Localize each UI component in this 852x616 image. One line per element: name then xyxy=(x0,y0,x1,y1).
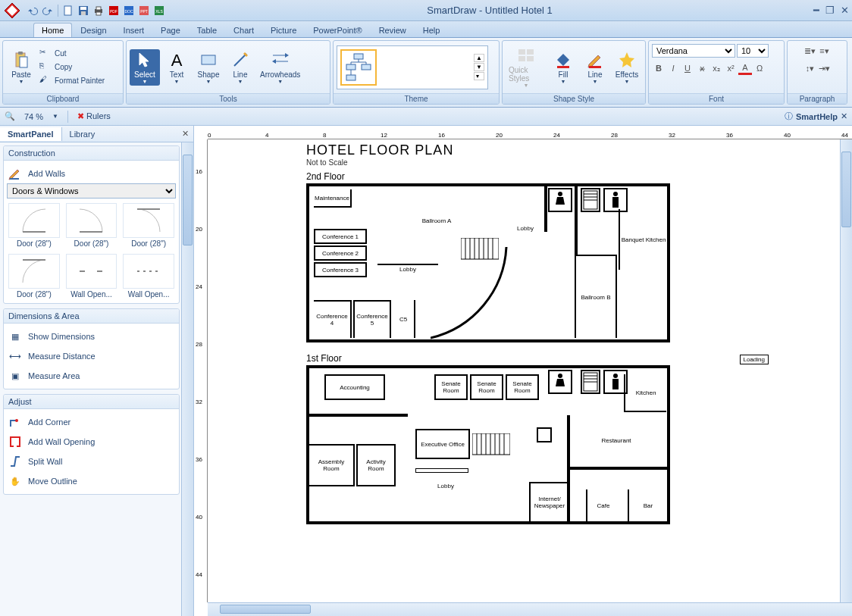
font-family-select[interactable]: Verdana xyxy=(652,44,735,58)
indent-button[interactable]: ⇥▾ xyxy=(818,61,832,75)
minimize-button[interactable]: ━ xyxy=(813,5,819,16)
tab-chart[interactable]: Chart xyxy=(225,23,262,37)
underline-button[interactable]: U xyxy=(681,61,694,75)
window-title: SmartDraw - Untitled Hotel 1 xyxy=(166,5,813,16)
line-tool-button[interactable]: Line▼ xyxy=(225,49,255,86)
theme-gallery[interactable]: ▲ ▼ ▾ xyxy=(337,45,488,89)
counter xyxy=(415,468,468,473)
measure-area-button[interactable]: ▣Measure Area xyxy=(7,366,176,386)
floor2-plan[interactable]: Maintenance Ballroom A Lobby Conference … xyxy=(306,183,670,342)
show-dimensions-button[interactable]: ▦Show Dimensions xyxy=(7,327,176,346)
panel-scrollbar[interactable] xyxy=(181,142,193,616)
svg-rect-38 xyxy=(557,66,569,68)
floor1-label: 1st Floor xyxy=(306,353,776,364)
theme-thumbnail-active[interactable] xyxy=(340,49,377,86)
panel-close-icon[interactable]: ✕ xyxy=(182,129,189,139)
add-walls-button[interactable]: Add Walls xyxy=(7,164,176,183)
measure-distance-button[interactable]: ⟷Measure Distance xyxy=(7,346,176,366)
smarthelp-button[interactable]: SmartHelp xyxy=(796,112,838,121)
tab-table[interactable]: Table xyxy=(189,23,225,37)
paste-button[interactable]: Paste ▼ xyxy=(6,49,36,86)
copy-button[interactable]: ⎘Copy xyxy=(38,61,106,74)
canvas-horizontal-scrollbar[interactable] xyxy=(208,602,852,616)
line-style-button[interactable]: Line▼ xyxy=(580,49,610,86)
rulers-toggle[interactable]: ✖ Rulers xyxy=(77,111,111,121)
floor1-plan[interactable]: Accounting Senate Room Senate Room Senat… xyxy=(306,365,670,524)
text-tool-button[interactable]: A Text▼ xyxy=(161,49,192,86)
theme-more-icon[interactable]: ▾ xyxy=(474,72,484,80)
shape-door-3[interactable]: Door (28") xyxy=(121,202,176,249)
room-activity: Activity Room xyxy=(356,444,396,486)
redo-icon[interactable] xyxy=(41,4,55,17)
close-button[interactable]: ✕ xyxy=(841,5,849,16)
pdf-icon[interactable]: PDF xyxy=(107,4,121,17)
restroom-female-icon xyxy=(548,188,572,212)
superscript-button[interactable]: x² xyxy=(724,61,738,75)
new-icon[interactable] xyxy=(61,4,75,17)
svg-rect-18 xyxy=(18,52,23,55)
move-outline-button[interactable]: ✋Move Outline xyxy=(7,471,176,491)
italic-button[interactable]: I xyxy=(666,61,680,75)
canvas-vertical-scrollbar[interactable] xyxy=(840,139,852,602)
shape-wall-open-1[interactable]: Wall Open... xyxy=(64,252,119,300)
arrowheads-button[interactable]: Arrowheads▼ xyxy=(257,49,303,86)
shape-tool-button[interactable]: Shape▼ xyxy=(193,49,224,86)
room-banquet: Banquet Kitchen xyxy=(619,209,667,270)
panel-tab-library[interactable]: Library xyxy=(62,127,103,141)
bullets-button[interactable]: ≣▾ xyxy=(803,44,817,58)
strike-button[interactable]: x̶ xyxy=(695,61,709,75)
zoom-level[interactable]: 74 % xyxy=(24,112,43,121)
help-icon[interactable]: ⓘ xyxy=(785,111,793,122)
tab-powerpoint[interactable]: PowerPoint® xyxy=(305,23,370,37)
align-button[interactable]: ≡▾ xyxy=(818,44,832,58)
svg-rect-27 xyxy=(362,64,371,70)
add-corner-button[interactable]: Add Corner xyxy=(7,412,176,432)
add-wall-opening-button[interactable]: Add Wall Opening xyxy=(7,432,176,452)
shape-door-2[interactable]: Door (28") xyxy=(64,202,119,249)
zoom-dropdown-icon[interactable]: ▼ xyxy=(52,113,58,120)
drawing-area[interactable]: HOTEL FLOOR PLAN Not to Scale 2nd Floor … xyxy=(208,139,852,602)
format-painter-button[interactable]: 🖌Format Painter xyxy=(38,74,106,88)
tab-home[interactable]: Home xyxy=(33,23,72,37)
svg-text:PPT: PPT xyxy=(140,9,148,14)
shape-wall-open-2[interactable]: Wall Open... xyxy=(121,252,176,300)
spacing-button[interactable]: ↕▾ xyxy=(803,61,817,75)
split-icon xyxy=(8,455,22,468)
symbol-button[interactable]: Ω xyxy=(753,61,766,75)
font-size-select[interactable]: 10 xyxy=(737,44,769,58)
bold-button[interactable]: B xyxy=(652,61,666,75)
xls-icon[interactable]: XLS xyxy=(152,4,166,17)
zoom-icon[interactable]: 🔍 xyxy=(5,111,15,121)
shape-door-4[interactable]: Door (28") xyxy=(7,252,61,300)
copy-icon: ⎘ xyxy=(39,61,52,73)
theme-up-icon[interactable]: ▲ xyxy=(474,54,484,62)
split-wall-button[interactable]: Split Wall xyxy=(7,452,176,471)
maximize-button[interactable]: ❐ xyxy=(825,5,835,16)
doc-icon[interactable]: DOC xyxy=(122,4,136,17)
ppt-icon[interactable]: PPT xyxy=(137,4,151,17)
subscript-button[interactable]: x₂ xyxy=(709,61,723,75)
print-icon[interactable] xyxy=(92,4,105,17)
fill-button[interactable]: Fill▼ xyxy=(548,49,578,86)
canvas[interactable]: 048121620242832364044 1620242832364044 H… xyxy=(194,126,852,616)
quick-styles-icon xyxy=(517,46,535,64)
undo-icon[interactable] xyxy=(26,4,39,17)
tab-design[interactable]: Design xyxy=(72,23,114,37)
cut-button[interactable]: ✂Cut xyxy=(38,47,106,61)
panel-tab-smartpanel[interactable]: SmartPanel xyxy=(0,127,62,141)
effects-button[interactable]: Effects▼ xyxy=(612,49,642,86)
tab-help[interactable]: Help xyxy=(415,23,449,37)
save-icon[interactable] xyxy=(77,4,90,17)
view-bar: 🔍 74 % ▼ ✖ Rulers ⓘ SmartHelp ✕ xyxy=(0,108,852,126)
select-tool-button[interactable]: Select▼ xyxy=(130,49,160,86)
shape-door-1[interactable]: Door (28") xyxy=(7,202,61,249)
doors-windows-select[interactable]: Doors & Windows xyxy=(7,183,176,199)
tab-page[interactable]: Page xyxy=(152,23,189,37)
tab-review[interactable]: Review xyxy=(371,23,415,37)
font-color-button[interactable]: A xyxy=(738,61,752,75)
tab-picture[interactable]: Picture xyxy=(262,23,305,37)
theme-down-icon[interactable]: ▼ xyxy=(474,63,484,71)
tab-insert[interactable]: Insert xyxy=(115,23,153,37)
group-title-theme: Theme xyxy=(334,93,499,104)
smarthelp-close-icon[interactable]: ✕ xyxy=(841,111,847,121)
